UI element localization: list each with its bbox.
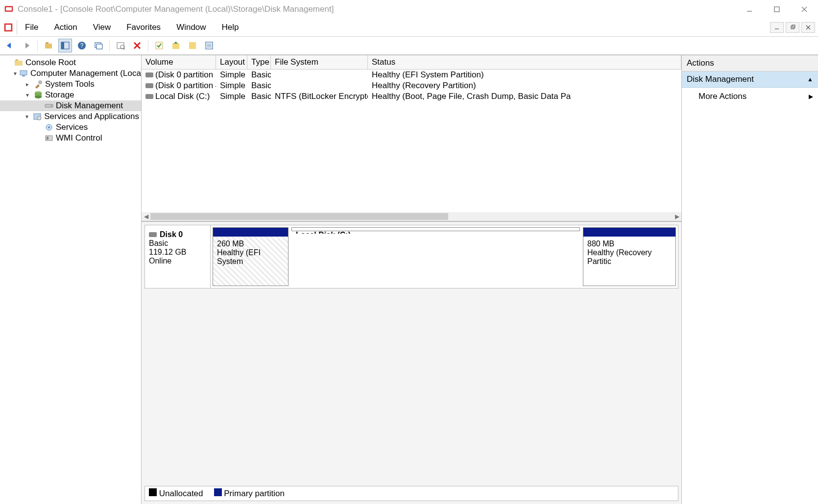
volume-status: Healthy (EFI System Partition) xyxy=(368,70,681,80)
back-button[interactable] xyxy=(3,39,17,52)
volume-name: Local Disk (C:) xyxy=(155,92,210,101)
volume-status: Healthy (Boot, Page File, Crash Dump, Ba… xyxy=(368,92,681,101)
actions-item-label: More Actions xyxy=(698,92,746,101)
volume-layout: Simple xyxy=(216,81,247,91)
svg-rect-26 xyxy=(172,43,179,49)
menu-help[interactable]: Help xyxy=(214,21,247,34)
mdi-minimize-button[interactable] xyxy=(770,22,784,33)
svg-rect-3 xyxy=(774,7,779,12)
tree-console-root[interactable]: Console Root xyxy=(0,57,141,68)
actions-more-actions[interactable]: More Actions ▶ xyxy=(682,88,818,105)
note-button[interactable] xyxy=(186,39,199,52)
tree-disk-management[interactable]: Disk Management xyxy=(0,100,141,111)
disk-type: Basic xyxy=(149,239,206,248)
delete-button[interactable] xyxy=(130,39,144,52)
properties-button[interactable] xyxy=(114,39,127,52)
note-up-button[interactable] xyxy=(169,39,183,52)
collapse-icon[interactable]: ▲ xyxy=(807,76,813,83)
volume-list-header: Volume Layout Type File System Status xyxy=(142,55,681,70)
toolbar: ? xyxy=(0,37,818,55)
tree-services[interactable]: Services xyxy=(0,122,141,133)
volume-type: Basic xyxy=(247,81,271,91)
volume-status: Healthy (Recovery Partition) xyxy=(368,81,681,91)
tree-services-and-applications[interactable]: ▾ Services and Applications xyxy=(0,111,141,122)
tree-system-tools[interactable]: ▸ System Tools xyxy=(0,79,141,90)
tree-label: System Tools xyxy=(45,79,95,89)
partition-c[interactable]: Local Disk (C:) 118.00 GB NTFS (BitLocke… xyxy=(291,227,580,231)
volume-fs xyxy=(271,81,368,91)
column-layout[interactable]: Layout xyxy=(216,55,247,69)
volume-icon xyxy=(145,94,153,99)
volume-row[interactable]: (Disk 0 partition 4) Simple Basic Health… xyxy=(142,80,681,91)
actions-section-disk-management[interactable]: Disk Management ▲ xyxy=(682,72,818,88)
legend: Unallocated Primary partition xyxy=(144,486,678,501)
tree-computer-management[interactable]: ▾ Computer Management (Local) xyxy=(0,68,141,79)
tree-wmi-control[interactable]: WMI Control xyxy=(0,133,141,144)
volume-row[interactable]: Local Disk (C:) Simple Basic NTFS (BitLo… xyxy=(142,91,681,102)
console-tree[interactable]: Console Root ▾ Computer Management (Loca… xyxy=(0,55,142,504)
close-button[interactable] xyxy=(791,0,818,19)
disk-row[interactable]: Disk 0 Basic 119.12 GB Online 260 MB Hea… xyxy=(144,225,678,288)
legend-swatch-primary xyxy=(214,488,222,496)
settings-list-button[interactable] xyxy=(202,39,216,52)
partition-recovery[interactable]: 880 MB Healthy (Recovery Partitic xyxy=(583,227,676,286)
tree-storage[interactable]: ▾ Storage xyxy=(0,90,141,100)
volume-list[interactable]: Volume Layout Type File System Status (D… xyxy=(142,55,681,222)
gear-icon xyxy=(44,122,54,132)
tree-label: Computer Management (Local) xyxy=(30,69,142,78)
tree-label: Disk Management xyxy=(56,101,123,111)
menu-window[interactable]: Window xyxy=(168,21,214,34)
chevron-right-icon: ▶ xyxy=(809,93,813,100)
show-hide-tree-button[interactable] xyxy=(58,39,72,52)
tree-label: Console Root xyxy=(25,58,76,68)
expand-icon[interactable]: ▸ xyxy=(24,81,31,88)
column-filesystem[interactable]: File System xyxy=(271,55,368,69)
volume-fs xyxy=(271,70,368,80)
tree-label: Services and Applications xyxy=(44,112,139,121)
scroll-right-icon[interactable]: ▶ xyxy=(673,213,681,220)
forward-button[interactable] xyxy=(20,39,33,52)
collapse-icon[interactable]: ▾ xyxy=(14,70,17,77)
scroll-left-icon[interactable]: ◀ xyxy=(142,213,150,220)
column-status[interactable]: Status xyxy=(368,55,681,69)
volume-icon xyxy=(145,83,153,88)
menu-action[interactable]: Action xyxy=(46,21,85,34)
horizontal-scrollbar[interactable]: ◀ ▶ xyxy=(142,212,681,221)
volume-icon xyxy=(145,72,153,77)
svg-rect-10 xyxy=(792,25,795,28)
tree-label: Services xyxy=(56,122,88,132)
legend-swatch-unallocated xyxy=(149,488,157,496)
help-button[interactable]: ? xyxy=(75,39,89,52)
mdi-close-button[interactable] xyxy=(801,22,815,33)
mdi-restore-button[interactable] xyxy=(786,22,799,33)
document-icon xyxy=(3,22,14,33)
scrollbar-thumb[interactable] xyxy=(150,213,448,220)
svg-text:?: ? xyxy=(80,42,84,49)
check-button[interactable] xyxy=(152,39,166,52)
new-window-button[interactable] xyxy=(92,39,105,52)
partition-status: Healthy (Recovery Partitic xyxy=(587,248,672,266)
menu-view[interactable]: View xyxy=(85,21,119,34)
maximize-button[interactable] xyxy=(763,0,791,19)
volume-row[interactable]: (Disk 0 partition 1) Simple Basic Health… xyxy=(142,70,681,80)
volume-layout: Simple xyxy=(216,70,247,80)
svg-point-38 xyxy=(35,96,42,98)
partition-efi[interactable]: 260 MB Healthy (EFI System xyxy=(213,227,289,286)
menu-file[interactable]: File xyxy=(17,21,46,34)
column-type[interactable]: Type xyxy=(247,55,271,69)
svg-rect-9 xyxy=(791,26,794,29)
collapse-icon[interactable]: ▾ xyxy=(24,92,31,98)
disk-state: Online xyxy=(149,257,206,265)
tree-label: WMI Control xyxy=(56,133,102,143)
column-volume[interactable]: Volume xyxy=(142,55,216,69)
svg-point-40 xyxy=(51,105,52,106)
legend-primary: Primary partition xyxy=(224,489,285,498)
svg-rect-33 xyxy=(20,71,27,75)
minimize-button[interactable] xyxy=(736,0,763,19)
folder-icon xyxy=(14,58,24,68)
collapse-icon[interactable]: ▾ xyxy=(24,113,30,120)
disk-graphical-view[interactable]: Disk 0 Basic 119.12 GB Online 260 MB Hea… xyxy=(142,222,681,504)
menu-favorites[interactable]: Favorites xyxy=(119,21,168,34)
disk-info: Disk 0 Basic 119.12 GB Online xyxy=(145,225,211,288)
up-button[interactable] xyxy=(42,39,55,52)
